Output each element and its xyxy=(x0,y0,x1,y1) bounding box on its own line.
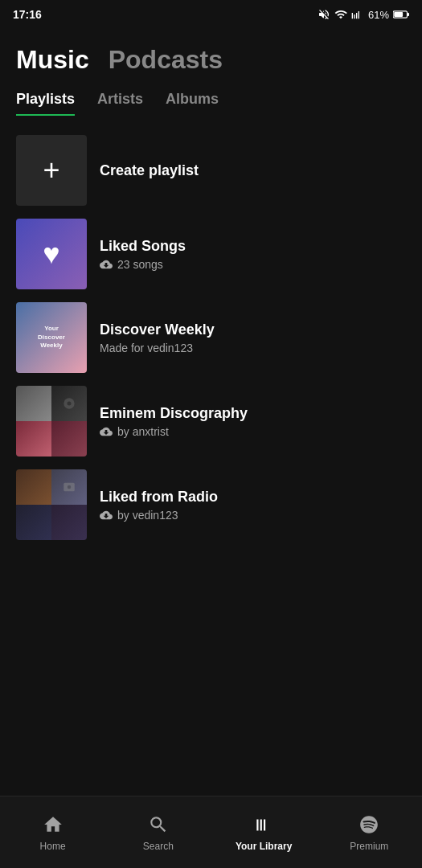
nav-home[interactable]: Home xyxy=(21,813,85,852)
bottom-nav: Home Search Your Library Premium xyxy=(0,796,422,868)
tab-albums[interactable]: Albums xyxy=(166,91,219,116)
liked-from-radio-title: Liked from Radio xyxy=(100,489,218,506)
liked-from-radio-info: Liked from Radio by vedin123 xyxy=(100,489,218,522)
mute-icon xyxy=(318,8,330,21)
tab-playlists[interactable]: Playlists xyxy=(16,91,75,116)
library-icon xyxy=(252,813,275,836)
svg-point-4 xyxy=(68,402,72,406)
signal-icon xyxy=(351,8,364,21)
battery-level: 61% xyxy=(368,9,389,21)
nav-search-label: Search xyxy=(143,841,174,852)
eminem-collage xyxy=(16,386,87,457)
status-icons: 61% xyxy=(318,8,409,21)
liked-songs-info: Liked Songs 23 songs xyxy=(100,238,186,271)
podcasts-tab-header[interactable]: Podcasts xyxy=(109,45,223,75)
nav-home-label: Home xyxy=(40,841,66,852)
radio-collage xyxy=(16,469,87,540)
discover-weekly-thumbnail: YourDiscoverWeekly xyxy=(16,302,87,373)
eminem-discography-item[interactable]: Eminem Discography by anxtrist xyxy=(0,379,422,463)
music-tab-header[interactable]: Music xyxy=(16,45,89,75)
discover-weekly-title: Discover Weekly xyxy=(100,321,215,338)
status-time: 17:16 xyxy=(13,8,42,21)
wifi-icon xyxy=(334,8,347,21)
sub-tabs: Playlists Artists Albums xyxy=(0,75,422,116)
nav-premium[interactable]: Premium xyxy=(337,813,401,852)
liked-from-radio-subtitle: by vedin123 xyxy=(100,509,218,522)
eminem-discography-thumbnail xyxy=(16,386,87,457)
liked-songs-subtitle: 23 songs xyxy=(100,258,186,271)
nav-library-label: Your Library xyxy=(236,841,292,852)
discover-weekly-info: Discover Weekly Made for vedin123 xyxy=(100,321,215,354)
heart-icon: ♥ xyxy=(43,237,59,271)
svg-point-6 xyxy=(68,485,72,489)
create-playlist-title: Create playlist xyxy=(100,162,199,179)
discover-weekly-art-text: YourDiscoverWeekly xyxy=(31,318,72,356)
svg-rect-2 xyxy=(408,13,409,16)
search-icon xyxy=(147,813,170,836)
nav-premium-label: Premium xyxy=(350,841,388,852)
liked-songs-count: 23 songs xyxy=(117,258,163,271)
download-icon xyxy=(100,258,113,271)
tab-artists[interactable]: Artists xyxy=(97,91,143,116)
battery-icon xyxy=(393,10,409,19)
eminem-discography-title: Eminem Discography xyxy=(100,405,248,422)
status-bar: 17:16 61% xyxy=(0,0,422,29)
home-icon xyxy=(42,813,64,836)
eminem-discography-by: by anxtrist xyxy=(117,425,169,438)
liked-from-radio-item[interactable]: Liked from Radio by vedin123 xyxy=(0,463,422,547)
discover-weekly-subtitle: Made for vedin123 xyxy=(100,342,215,354)
svg-rect-1 xyxy=(394,12,403,17)
eminem-discography-info: Eminem Discography by anxtrist xyxy=(100,405,248,438)
liked-songs-title: Liked Songs xyxy=(100,238,186,255)
download-icon-2 xyxy=(100,425,113,438)
discover-weekly-item[interactable]: YourDiscoverWeekly Discover Weekly Made … xyxy=(0,296,422,379)
download-icon-3 xyxy=(100,509,113,522)
discover-weekly-sub-text: Made for vedin123 xyxy=(100,342,193,354)
playlist-list: + Create playlist ♥ Liked Songs 23 songs… xyxy=(0,129,422,547)
liked-songs-item[interactable]: ♥ Liked Songs 23 songs xyxy=(0,212,422,296)
create-playlist-item[interactable]: + Create playlist xyxy=(0,129,422,212)
spotify-icon xyxy=(358,813,380,836)
create-playlist-info: Create playlist xyxy=(100,162,199,179)
liked-from-radio-by: by vedin123 xyxy=(117,509,178,522)
plus-icon: + xyxy=(43,154,59,187)
eminem-discography-subtitle: by anxtrist xyxy=(100,425,248,438)
header: Music Podcasts xyxy=(0,29,422,75)
liked-songs-thumbnail: ♥ xyxy=(16,219,87,289)
create-playlist-thumbnail: + xyxy=(16,135,87,206)
nav-search[interactable]: Search xyxy=(126,813,191,852)
liked-from-radio-thumbnail xyxy=(16,469,87,540)
nav-library[interactable]: Your Library xyxy=(231,813,296,852)
